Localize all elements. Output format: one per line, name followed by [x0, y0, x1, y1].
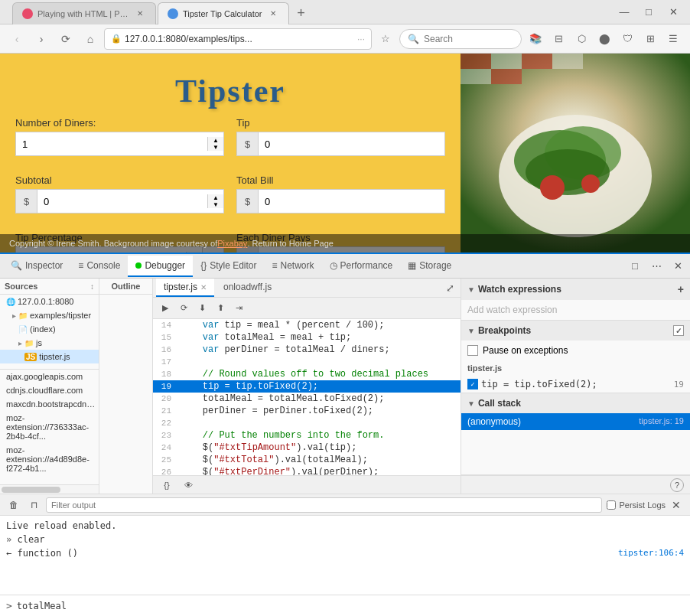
more-icon[interactable]: ☰ [662, 28, 684, 50]
tab-close-2[interactable]: ✕ [267, 8, 279, 20]
bookmark-star-icon[interactable]: ☆ [375, 28, 396, 50]
screenshots-icon[interactable]: ⬤ [594, 28, 615, 50]
watch-add-btn[interactable]: + [678, 283, 684, 295]
subtotal-label: Subtotal [15, 174, 224, 186]
sources-title: Sources [5, 282, 37, 291]
sources-item-localhost[interactable]: 🌐 127.0.0.1:8080 [0, 295, 99, 308]
console-clear-btn[interactable]: 🗑 [6, 497, 21, 513]
step-in-btn[interactable]: ⬇ [194, 301, 210, 316]
storage-label: Storage [419, 260, 451, 271]
sources-moz1[interactable]: moz-extension://736333ac-2b4b-4cf... [0, 411, 99, 443]
filter-input[interactable] [46, 497, 602, 513]
devtools-close-btn[interactable]: ✕ [669, 257, 687, 275]
diners-group: Number of Diners: ▲ ▼ [15, 117, 224, 156]
sources-ajax[interactable]: ajax.googleapis.com [0, 370, 99, 383]
persist-logs-text: Persist Logs [619, 500, 666, 510]
debug-expr-checkbox[interactable]: ✓ [467, 379, 478, 389]
back-button[interactable]: ‹ [6, 28, 28, 50]
sources-item-examples[interactable]: ▸ 📁 examples/tipster [0, 308, 99, 322]
file-tab-tipsterjs-close[interactable]: ✕ [200, 283, 207, 292]
console-location[interactable]: tipster:106:4 [618, 548, 684, 558]
watch-expressions-header[interactable]: ▼ Watch expressions + [461, 279, 690, 300]
callstack-anonymous[interactable]: (anonymous) tipster.js: 19 [461, 413, 690, 430]
pocket-icon[interactable]: ⬡ [571, 28, 592, 50]
tab-storage[interactable]: ▦ Storage [400, 256, 459, 277]
search-bar[interactable]: 🔍 [399, 29, 522, 49]
close-button[interactable]: ✕ [662, 2, 684, 23]
new-tab-button[interactable]: + [291, 3, 312, 24]
debugger-active-dot [135, 262, 142, 269]
code-scroll[interactable]: 14 var tip = meal * (percent / 100); 15 … [153, 319, 461, 475]
subtotal-increment[interactable]: ▲ [208, 194, 223, 201]
tab-inspector[interactable]: 🔍 Inspector [3, 256, 70, 277]
sources-cdnjs[interactable]: cdnjs.cloudflare.com [0, 383, 99, 397]
tab-console[interactable]: ≡ Console [70, 256, 128, 277]
console-input[interactable] [17, 601, 684, 611]
step-out-btn[interactable]: ⬆ [213, 301, 228, 316]
subtotal-decrement[interactable]: ▼ [208, 201, 223, 208]
code-line-22: 22 [153, 417, 461, 429]
tip-input[interactable] [259, 132, 444, 155]
diners-input[interactable] [16, 132, 207, 155]
console-line-2[interactable]: » clear [6, 533, 684, 546]
sources-hscroll[interactable] [0, 484, 99, 494]
reload-button[interactable]: ⟳ [55, 28, 76, 50]
tab-network[interactable]: ≡ Network [265, 256, 322, 277]
sources-moz2[interactable]: moz-extension://a4d89d8e-f272-4b1... [0, 443, 99, 475]
tab-close-1[interactable]: ✕ [134, 8, 146, 20]
file-tab-tipsterjs[interactable]: tipster.js ✕ [156, 279, 214, 297]
total-bill-input[interactable] [259, 190, 444, 213]
persist-logs-label: Persist Logs [607, 500, 666, 510]
address-bar[interactable]: 🔒 127.0.0.1:8080/examples/tips... ··· [104, 28, 372, 50]
call-stack-section: ▼ Call stack (anonymous) tipster.js: 19 [461, 393, 690, 475]
persist-logs-checkbox[interactable] [607, 500, 616, 510]
sources-item-js[interactable]: ▸ 📁 js [0, 336, 99, 350]
tab-label-1: Playing with HTML | Playing w... [37, 9, 129, 18]
code-expand-btn[interactable]: ⤢ [442, 280, 457, 295]
step-btn[interactable]: ⇥ [231, 301, 246, 316]
diners-decrement[interactable]: ▼ [208, 144, 223, 151]
noscript-icon[interactable]: 🛡 [617, 28, 638, 50]
call-stack-header[interactable]: ▼ Call stack [461, 393, 690, 413]
sources-sort-icon[interactable]: ↕ [90, 282, 94, 291]
search-input[interactable] [424, 34, 485, 44]
copyright-link[interactable]: Pixabay [217, 239, 247, 248]
step-over-btn[interactable]: ⟳ [176, 301, 191, 316]
breakpoints-header[interactable]: ▼ Breakpoints ✓ [461, 321, 690, 341]
breakpoints-checkbox[interactable]: ✓ [673, 325, 684, 336]
sources-item-label: 127.0.0.1:8080 [18, 297, 73, 306]
minimize-button[interactable]: — [614, 2, 635, 23]
forward-button[interactable]: › [31, 28, 52, 50]
watch-add-placeholder[interactable]: Add watch expression [467, 303, 684, 317]
resume-btn[interactable]: ▶ [158, 301, 173, 316]
sources-maxcdn[interactable]: maxcdn.bootstrapcdn.com [0, 397, 99, 411]
browser-tab-1[interactable]: Playing with HTML | Playing w... ✕ [12, 2, 156, 24]
sources-tipsterjs-label: tipster.js [39, 352, 70, 361]
library-icon[interactable]: 📚 [525, 28, 546, 50]
tab-style-editor[interactable]: {} Style Editor [193, 256, 264, 277]
maximize-button[interactable]: □ [638, 2, 659, 23]
pause-exceptions-checkbox[interactable] [467, 345, 478, 356]
tip-currency-prefix: $ [237, 132, 259, 155]
tab-performance[interactable]: ◷ Performance [322, 256, 401, 277]
debug-line-num: 19 [674, 380, 684, 389]
home-button[interactable]: ⌂ [80, 28, 101, 50]
file-tab-onloadwff[interactable]: onloadwff.js [216, 279, 279, 297]
tab-debugger[interactable]: Debugger [128, 256, 193, 277]
subtotal-input[interactable] [37, 190, 207, 213]
svg-rect-11 [552, 54, 583, 69]
apps-icon[interactable]: ⊞ [640, 28, 661, 50]
sources-item-index[interactable]: 📄 (index) [0, 322, 99, 336]
total-bill-input-wrapper: $ [236, 189, 445, 213]
synced-tabs-icon[interactable]: ⊟ [548, 28, 569, 50]
console-close-btn[interactable]: ✕ [669, 499, 684, 511]
help-btn[interactable]: ? [670, 478, 684, 492]
code-line-19[interactable]: 19 tip = tip.toFixed(2); [153, 380, 461, 393]
sources-item-tipsterjs[interactable]: JS tipster.js [0, 350, 99, 363]
diners-increment[interactable]: ▲ [208, 137, 223, 144]
devtools-more-btn[interactable]: ⋯ [647, 257, 666, 275]
pretty-print-btn[interactable]: {} [159, 477, 174, 493]
blackbox-btn[interactable]: 👁 [181, 477, 196, 493]
browser-tab-2[interactable]: Tipster Tip Calculator ✕ [158, 2, 289, 24]
devtools-dock-btn[interactable]: □ [626, 257, 644, 275]
